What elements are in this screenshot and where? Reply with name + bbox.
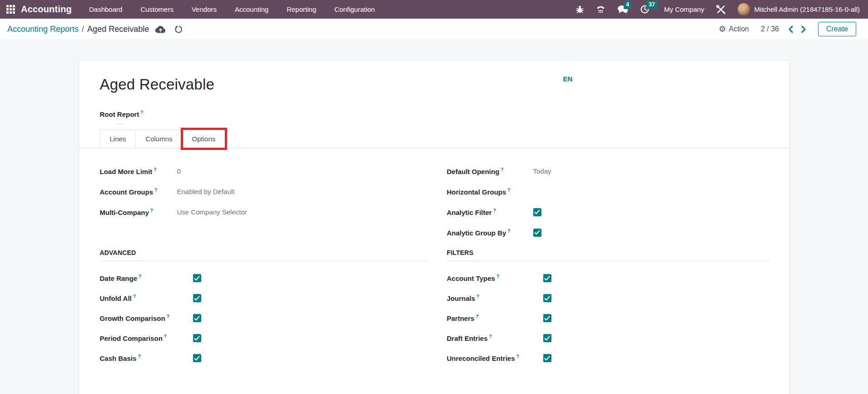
field-label: Journals? xyxy=(447,294,543,302)
messages-count-badge: 4 xyxy=(624,1,631,9)
help-icon: ? xyxy=(133,294,136,299)
help-icon: ? xyxy=(476,314,478,319)
menu-item-customers[interactable]: Customers xyxy=(140,5,174,13)
field-row-multi-company: Multi-Company?Use Company Selector xyxy=(100,202,428,222)
field-row-unreconciled-entries: Unreconciled Entries? xyxy=(447,348,769,368)
field-label: Cash Basis? xyxy=(100,354,193,362)
help-icon: ? xyxy=(476,294,479,299)
help-icon: ? xyxy=(507,229,510,234)
field-label: Account Types? xyxy=(447,274,543,282)
field-row-unfold-all: Unfold All? xyxy=(100,288,428,308)
field-row-date-range: Date Range? xyxy=(100,268,428,288)
help-icon: ? xyxy=(489,334,492,339)
cloud-save-icon[interactable] xyxy=(155,25,166,33)
field-row-default-opening: Default Opening?Today xyxy=(447,161,769,181)
user-avatar xyxy=(738,3,750,15)
field-label: Period Comparison? xyxy=(100,334,193,342)
user-name: Mitchell Admin (21847185-16-0-all) xyxy=(754,5,860,13)
advanced-section-title: ADVANCED xyxy=(100,249,428,261)
action-menu-button[interactable]: ⚙ Action xyxy=(719,25,749,33)
analytic-filter-checkbox[interactable] xyxy=(533,208,541,216)
help-icon: ? xyxy=(507,188,510,193)
field-label: Account Groups? xyxy=(100,188,177,196)
app-title[interactable]: Accounting xyxy=(21,4,72,15)
field-label: Analytic Group By? xyxy=(447,229,533,237)
tools-icon[interactable] xyxy=(716,5,726,15)
advanced-section: ADVANCED Date Range?Unfold All?Growth Co… xyxy=(100,249,428,368)
field-row-journals: Journals? xyxy=(447,288,769,308)
language-badge[interactable]: EN xyxy=(563,75,573,83)
page-title: Aged Receivable xyxy=(100,76,769,93)
create-button[interactable]: Create xyxy=(818,22,856,36)
tab-lines[interactable]: Lines xyxy=(100,130,136,148)
filters-section: FILTERS Account Types?Journals?Partners?… xyxy=(447,249,769,368)
unfold-all-checkbox[interactable] xyxy=(193,294,201,302)
field-value: Today xyxy=(533,167,551,175)
breadcrumb-current: Aged Receivable xyxy=(87,25,149,34)
company-switcher[interactable]: My Company xyxy=(664,5,704,13)
activities-clock-icon[interactable]: 37 xyxy=(640,5,650,14)
top-menu: DashboardCustomersVendorsAccountingRepor… xyxy=(89,5,375,13)
pager-next-icon[interactable] xyxy=(801,25,806,33)
menu-item-configuration[interactable]: Configuration xyxy=(334,5,375,13)
field-label: Load More Limit? xyxy=(100,167,177,175)
tab-columns[interactable]: Columns xyxy=(136,130,182,148)
options-right-column: Default Opening?TodayHorizontal Groups?A… xyxy=(447,161,769,249)
help-icon: ? xyxy=(167,314,169,319)
control-panel: Accounting Reports / Aged Receivable ⚙ A… xyxy=(0,19,868,40)
help-icon: ? xyxy=(496,274,499,279)
field-label: Draft Entries? xyxy=(447,334,543,342)
unreconciled-entries-checkbox[interactable] xyxy=(543,354,551,362)
field-value: Enabled by Default xyxy=(177,188,235,195)
field-row-cash-basis: Cash Basis? xyxy=(100,348,428,368)
action-label: Action xyxy=(729,25,749,33)
notebook-tabs: LinesColumnsOptions xyxy=(79,130,789,149)
user-menu[interactable]: Mitchell Admin (21847185-16-0-all) xyxy=(738,3,860,15)
record-pager: 2 / 36 xyxy=(761,25,779,33)
main-content: EN Aged Receivable Root Report? LinesCol… xyxy=(0,60,868,394)
date-range-checkbox[interactable] xyxy=(193,274,201,282)
field-label: Horizontal Groups? xyxy=(447,188,533,196)
field-row-analytic-filter: Analytic Filter? xyxy=(447,202,769,222)
discard-refresh-icon[interactable] xyxy=(174,25,183,34)
apps-grid-icon[interactable] xyxy=(6,5,15,14)
field-label: Analytic Filter? xyxy=(447,208,533,216)
help-icon: ? xyxy=(501,167,503,172)
account-types-checkbox[interactable] xyxy=(543,274,551,282)
help-icon: ? xyxy=(164,334,167,339)
top-navbar: Accounting DashboardCustomersVendorsAcco… xyxy=(0,0,868,19)
help-icon: ? xyxy=(150,208,153,213)
help-icon: ? xyxy=(139,274,141,279)
breadcrumb-parent-link[interactable]: Accounting Reports xyxy=(7,25,79,34)
draft-entries-checkbox[interactable] xyxy=(543,334,551,342)
root-report-empty-value[interactable] xyxy=(116,124,124,125)
phone-icon[interactable] xyxy=(596,5,605,14)
field-row-growth-comparison: Growth Comparison? xyxy=(100,308,428,328)
breadcrumb: Accounting Reports / Aged Receivable xyxy=(7,25,149,34)
help-icon: ? xyxy=(154,188,157,193)
menu-item-reporting[interactable]: Reporting xyxy=(287,5,316,13)
messages-icon[interactable]: 4 xyxy=(617,5,628,14)
field-label: Partners? xyxy=(447,314,543,322)
menu-item-dashboard[interactable]: Dashboard xyxy=(89,5,122,13)
analytic-group-by-checkbox[interactable] xyxy=(533,229,541,237)
field-label: Unreconciled Entries? xyxy=(447,354,543,362)
period-comparison-checkbox[interactable] xyxy=(193,334,201,342)
cash-basis-checkbox[interactable] xyxy=(193,354,201,362)
growth-comparison-checkbox[interactable] xyxy=(193,314,201,322)
gear-icon: ⚙ xyxy=(719,25,726,33)
journals-checkbox[interactable] xyxy=(543,294,551,302)
breadcrumb-separator: / xyxy=(82,25,84,34)
help-icon: ? xyxy=(493,208,496,213)
tab-options[interactable]: Options xyxy=(183,130,226,148)
partners-checkbox[interactable] xyxy=(543,314,551,322)
help-icon: ? xyxy=(154,167,156,172)
field-label: Growth Comparison? xyxy=(100,314,193,322)
pager-previous-icon[interactable] xyxy=(788,25,794,33)
root-report-label: Root Report? xyxy=(100,110,144,118)
bug-icon[interactable] xyxy=(575,5,584,14)
report-form-card: EN Aged Receivable Root Report? LinesCol… xyxy=(79,60,790,394)
field-row-analytic-group-by: Analytic Group By? xyxy=(447,222,769,243)
menu-item-accounting[interactable]: Accounting xyxy=(235,5,268,13)
menu-item-vendors[interactable]: Vendors xyxy=(192,5,217,13)
